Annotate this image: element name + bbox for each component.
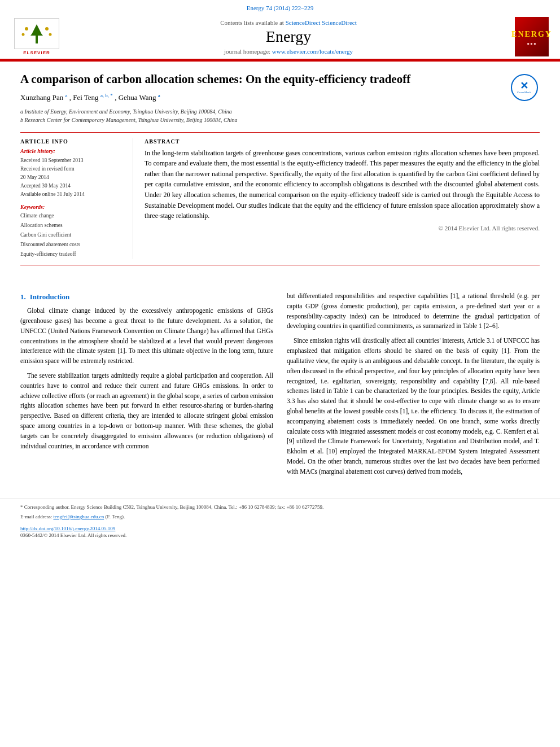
affiliation-a: a Institute of Energy, Environment and E… — [20, 107, 540, 116]
article-body: A comparison of carbon allocation scheme… — [0, 62, 560, 286]
crossmark-badge[interactable]: ✕ CrossMark — [509, 72, 540, 103]
right-para-1: but differentiated responsibilities and … — [287, 291, 540, 331]
two-column-main: 1. Introduction Global climate change in… — [20, 291, 540, 482]
affiliation-b: b Research Center for Contemporary Manag… — [20, 116, 540, 124]
journal-thumbnail: ENERGY ●●● — [515, 17, 549, 56]
right-para-2: Since emission rights will drastically a… — [287, 336, 540, 477]
keyword-3: Carbon Gini coefficient — [20, 230, 125, 240]
keyword-4: Discounted abatement costs — [20, 240, 125, 250]
copyright-notice: © 2014 Elsevier Ltd. All rights reserved… — [145, 225, 540, 231]
sciencedirect-line: Contents lists available at ScienceDirec… — [73, 19, 504, 26]
author2-name: Fei Teng — [73, 94, 98, 102]
sciencedirect-prefix: Contents lists available at — [220, 19, 285, 26]
journal-title: Energy — [73, 28, 504, 46]
svg-point-5 — [45, 27, 49, 30]
page: Energy 74 (2014) 222–229 — [0, 0, 560, 747]
journal-center: Contents lists available at ScienceDirec… — [62, 19, 515, 55]
author1-name: Xunzhang Pan — [20, 94, 63, 102]
footnote-email: E-mail address: tengfei@tsinghua.edu.cn … — [20, 513, 540, 521]
email-label: E-mail address: — [20, 514, 52, 519]
elsevier-logo-image — [14, 18, 59, 49]
email-link[interactable]: tengfei@tsinghua.edu.cn — [53, 514, 104, 519]
elsevier-text: ELSEVIER — [23, 50, 50, 55]
svg-rect-1 — [36, 36, 38, 43]
available-date: Available online 31 July 2014 — [20, 190, 125, 199]
article-authors: Xunzhang Pan a , Fei Teng a, b, * , Gehu… — [20, 93, 540, 102]
accepted-date: Accepted 30 May 2014 — [20, 182, 125, 190]
doi-line: http://dx.doi.org/10.1016/j.energy.2014.… — [20, 523, 540, 532]
doi-link[interactable]: http://dx.doi.org/10.1016/j.energy.2014.… — [20, 526, 115, 531]
article-info-section: ARTICLE INFO Article history: Received 1… — [20, 132, 540, 265]
article-info-column: ARTICLE INFO Article history: Received 1… — [20, 138, 133, 259]
journal-header-middle: ELSEVIER Contents lists available at Sci… — [11, 15, 549, 59]
elsevier-logo: ELSEVIER — [11, 18, 62, 55]
intro-para-2: The severe stabilization targets admitte… — [20, 371, 273, 452]
crossmark-circle: ✕ CrossMark — [511, 74, 538, 101]
revised-date: 20 May 2014 — [20, 173, 125, 182]
keyword-1: Climate change — [20, 211, 125, 221]
svg-point-7 — [49, 33, 52, 36]
sciencedirect-link[interactable]: ScienceDirect — [286, 19, 321, 26]
footnote-star: * Corresponding author. Energy Science B… — [20, 504, 540, 512]
affiliations: a Institute of Energy, Environment and E… — [20, 107, 540, 124]
author2-sup: a, b, * — [100, 93, 113, 98]
keywords-list: Climate change Allocation schemes Carbon… — [20, 211, 125, 259]
main-content: 1. Introduction Global climate change in… — [0, 286, 560, 493]
journal-citation-bar: Energy 74 (2014) 222–229 — [11, 5, 549, 11]
email-suffix: (F. Teng). — [106, 514, 125, 519]
page-footer: * Corresponding author. Energy Science B… — [0, 499, 560, 543]
journal-citation: Energy 74 (2014) 222–229 — [247, 5, 314, 11]
issn-text: 0360-5442/© 2014 Elsevier Ltd. All right… — [20, 532, 540, 538]
crossmark-text: CrossMark — [517, 91, 531, 94]
keyword-2: Allocation schemes — [20, 221, 125, 230]
history-label: Article history: — [20, 148, 125, 154]
section-number: 1. — [20, 292, 26, 301]
sciencedirect-link-text[interactable]: ScienceDirect — [322, 19, 357, 26]
intro-para-1: Global climate change induced by the exc… — [20, 306, 273, 366]
svg-point-6 — [22, 33, 25, 36]
journal-thumb-title: ENERGY — [509, 28, 554, 41]
article-title: A comparison of carbon allocation scheme… — [20, 72, 500, 87]
author3-sup: a — [158, 93, 160, 98]
journal-header: Energy 74 (2014) 222–229 — [0, 0, 560, 60]
author1-sup: a — [65, 93, 67, 98]
article-info-heading: ARTICLE INFO — [20, 138, 125, 145]
journal-homepage-line: journal homepage: www.elsevier.com/locat… — [73, 48, 504, 55]
journal-thumb-decoration: ●●● — [527, 41, 537, 46]
homepage-prefix: journal homepage: — [224, 48, 270, 55]
crossmark-icon: ✕ — [520, 81, 528, 91]
svg-point-4 — [25, 27, 28, 30]
keywords-label: Keywords: — [20, 204, 125, 210]
author3-name: Gehua Wang — [119, 94, 156, 102]
right-column: but differentiated responsibilities and … — [287, 291, 540, 482]
homepage-link[interactable]: www.elsevier.com/locate/energy — [272, 48, 353, 55]
abstract-text: In the long-term stabilization targets o… — [145, 148, 540, 221]
section-1-header: 1. Introduction — [20, 291, 273, 303]
section-title: Introduction — [30, 292, 70, 301]
abstract-column: ABSTRACT In the long-term stabilization … — [145, 138, 540, 259]
left-column: 1. Introduction Global climate change in… — [20, 291, 273, 482]
abstract-heading: ABSTRACT — [145, 138, 540, 145]
received-revised-label: Received in revised form — [20, 165, 125, 173]
keyword-5: Equity-efficiency tradeoff — [20, 250, 125, 259]
received-date: Received 18 September 2013 — [20, 156, 125, 165]
